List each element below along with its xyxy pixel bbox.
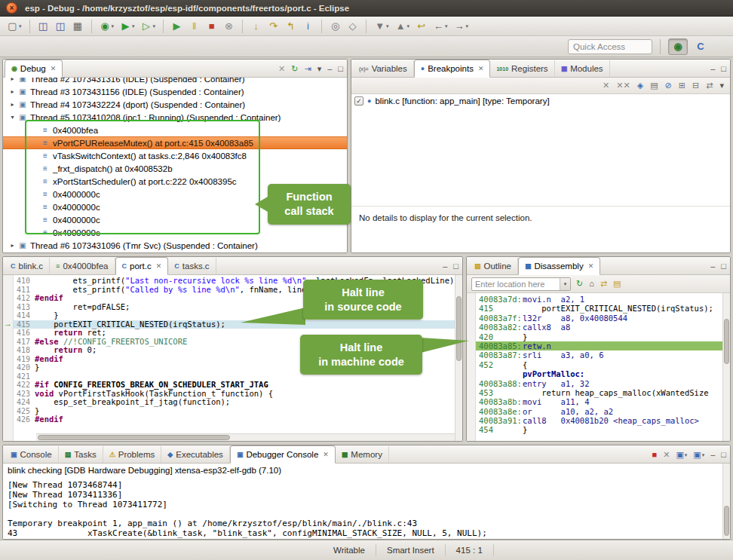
- disassembly-line[interactable]: 452{: [476, 360, 722, 369]
- editor-tab-0x4000bfea[interactable]: ≡0x4000bfea: [50, 258, 115, 274]
- code-line[interactable]: 424 esp_set_breakpoint_if_jtag(function)…: [14, 398, 455, 407]
- minimize-button[interactable]: –: [710, 65, 715, 73]
- quick-access-input[interactable]: Quick Access: [568, 39, 652, 54]
- stack-frame-row[interactable]: ≡xPortStartScheduler() at port.c:222 0x4…: [3, 175, 347, 188]
- debug-button[interactable]: ◉▾: [97, 20, 117, 32]
- restart-button[interactable]: ↻: [291, 65, 298, 73]
- disassembly-line[interactable]: 40083a8b:movi a11, 4: [476, 397, 722, 406]
- location-dropdown-button[interactable]: ▾: [560, 278, 570, 290]
- console-vscroll-thumb[interactable]: [724, 506, 729, 536]
- remove-breakpoint-button[interactable]: ✕: [603, 81, 609, 90]
- location-input[interactable]: Enter location here ▾: [471, 277, 571, 291]
- close-icon[interactable]: ✕: [323, 451, 329, 458]
- step-over-button[interactable]: ↷: [265, 20, 281, 32]
- step-return-button[interactable]: ↰: [283, 20, 299, 32]
- code-line[interactable]: 426#endif: [14, 415, 455, 424]
- disassembly-line[interactable]: 40083a88:entry a1, 32: [476, 379, 722, 388]
- disassembly-line[interactable]: 454}: [476, 425, 722, 434]
- stack-frame-row[interactable]: ≡vTaskSwitchContext() at tasks.c:2,846 0…: [3, 149, 347, 162]
- disassembly-line[interactable]: 40083a85:retw.n: [476, 341, 722, 350]
- view-tab-executables[interactable]: ◆Executables: [161, 446, 230, 463]
- close-icon[interactable]: ✕: [156, 262, 162, 270]
- open-element-button[interactable]: ◇: [345, 20, 360, 32]
- code-line[interactable]: 413 ret=pdFALSE;: [14, 303, 455, 312]
- skip-all-breakpoints-button[interactable]: ⊘: [665, 81, 672, 90]
- view-tab-problems[interactable]: ⚠Problems: [103, 446, 162, 463]
- code-area[interactable]: 410 ets_printf("Last non-recursive lock …: [14, 275, 455, 441]
- code-line[interactable]: 418 return 0;: [14, 346, 455, 355]
- instruction-stepping-button[interactable]: i: [300, 20, 316, 32]
- close-icon[interactable]: ✕: [51, 65, 57, 72]
- view-menu-button[interactable]: ▾: [317, 65, 322, 73]
- disassembly-line[interactable]: pvPortMalloc:: [476, 369, 722, 378]
- close-icon[interactable]: ✕: [588, 262, 594, 270]
- editor-tab-blink-c[interactable]: Cblink.c: [5, 258, 50, 274]
- disassembly-vscrollbar[interactable]: [722, 293, 730, 441]
- minimize-button[interactable]: –: [710, 262, 715, 271]
- refresh-view-button[interactable]: ↻: [576, 280, 583, 288]
- back-button[interactable]: ←▾: [431, 20, 450, 32]
- stack-frame-row[interactable]: ≡0x4000bfea: [3, 124, 347, 136]
- display-selected-console-button[interactable]: ▣▾: [676, 451, 687, 459]
- editor-tab-port-c[interactable]: Cport.c✕: [115, 257, 169, 275]
- external-tools-button[interactable]: ▷▾: [139, 20, 158, 32]
- stack-frame-row[interactable]: ≡0x4000000c: [3, 200, 347, 213]
- disassembly-line[interactable]: 420}: [476, 332, 722, 341]
- thread-row[interactable]: ▸▣Thread #4 1073432224 (dport) (Suspende…: [3, 98, 347, 111]
- disassembly-line[interactable]: 453 return heap_caps_malloc(xWantedSize: [476, 388, 722, 397]
- code-line[interactable]: 419#endif: [14, 355, 455, 364]
- expand-all-button[interactable]: ⊞: [679, 81, 685, 90]
- editor-hscrollbar[interactable]: [36, 433, 455, 441]
- disassembly-line[interactable]: 415 portEXIT_CRITICAL_NESTED(irqStatus);: [476, 304, 722, 313]
- stack-frame-row[interactable]: ≡_frxt_dispatch() at 0x4008532b: [3, 162, 347, 175]
- last-edit-location-button[interactable]: ↩: [413, 20, 429, 32]
- twisty-icon[interactable]: ▸: [8, 242, 17, 249]
- show-full-paths-button[interactable]: ⇥: [304, 65, 311, 73]
- disassembly-line[interactable]: 40083a91:call8 0x40081b20 <heap_caps_mal…: [476, 416, 722, 425]
- annotation-ruler[interactable]: →: [3, 275, 14, 441]
- suspend-button[interactable]: ‖: [186, 20, 202, 32]
- next-annotation-button[interactable]: ▼▾: [372, 20, 391, 32]
- open-console-button[interactable]: ▣▾: [693, 451, 704, 459]
- thread-row[interactable]: ▸▣Thread #3 1073431156 (IDLE) (Suspended…: [3, 85, 347, 98]
- save-all-button[interactable]: ◫: [53, 20, 69, 32]
- disassembly-line[interactable]: 40083a82:callx8 a8: [476, 323, 722, 332]
- editor-tab-tasks-c[interactable]: Ctasks.c: [168, 258, 216, 274]
- view-tab-disassembly[interactable]: ▦Disassembly✕: [518, 257, 600, 275]
- maximize-button[interactable]: □: [453, 262, 459, 271]
- cursor-position[interactable]: 415 : 1: [446, 544, 494, 556]
- twisty-icon[interactable]: ▾: [8, 114, 17, 121]
- minimize-button[interactable]: –: [710, 451, 715, 459]
- cpp-perspective-button[interactable]: C: [691, 38, 710, 55]
- console-body[interactable]: blink checking [GDB Hardware Debugging] …: [3, 464, 730, 539]
- view-tab-console[interactable]: ▣Console: [5, 446, 59, 463]
- twisty-icon[interactable]: ▸: [8, 88, 17, 95]
- terminate-button[interactable]: ■: [652, 451, 658, 459]
- remove-all-terminated-button[interactable]: ✕: [278, 65, 285, 73]
- previous-annotation-button[interactable]: ▲▾: [393, 20, 413, 32]
- resume-button[interactable]: ▶: [169, 20, 185, 32]
- editor-hscroll-thumb[interactable]: [38, 435, 230, 440]
- run-button[interactable]: ▶▾: [118, 20, 137, 32]
- view-tab-tasks[interactable]: ▤Tasks: [59, 446, 103, 463]
- thread-row[interactable]: ▸▣Thread #2 1073431316 (IDLE) (Suspended…: [3, 78, 347, 85]
- view-tab-outline[interactable]: ▤Outline: [468, 258, 518, 274]
- step-into-button[interactable]: ↓: [248, 20, 264, 32]
- link-with-debug-view-button[interactable]: ⇄: [706, 81, 713, 90]
- stack-frame-row[interactable]: ≡0x4000000c: [3, 226, 347, 239]
- breakpoint-checkbox[interactable]: ✓: [354, 96, 363, 106]
- breakpoint-row[interactable]: ✓ ● blink.c [function: app_main] [type: …: [351, 94, 730, 108]
- minimize-button[interactable]: –: [327, 65, 332, 73]
- remove-all-breakpoints-button[interactable]: ✕✕: [616, 81, 630, 90]
- code-line[interactable]: 420}: [14, 363, 455, 372]
- save-button[interactable]: ◫: [35, 20, 51, 32]
- editor-vscrollbar[interactable]: [455, 275, 462, 441]
- remove-launch-button[interactable]: ✕: [663, 451, 670, 459]
- minimize-button[interactable]: –: [443, 262, 447, 271]
- stack-frame-row[interactable]: ≡0x4000000c: [3, 213, 347, 226]
- thread-row[interactable]: ▸▣Thread #6 1073431096 (Tmr Svc) (Suspen…: [3, 239, 347, 252]
- twisty-icon[interactable]: ▸: [8, 101, 17, 108]
- thread-row[interactable]: ▾▣Thread #5 1073410208 (ipc1 : Running) …: [3, 111, 347, 124]
- new-wizard-button[interactable]: ▢▾: [5, 20, 24, 32]
- editor-vscroll-thumb[interactable]: [456, 296, 462, 361]
